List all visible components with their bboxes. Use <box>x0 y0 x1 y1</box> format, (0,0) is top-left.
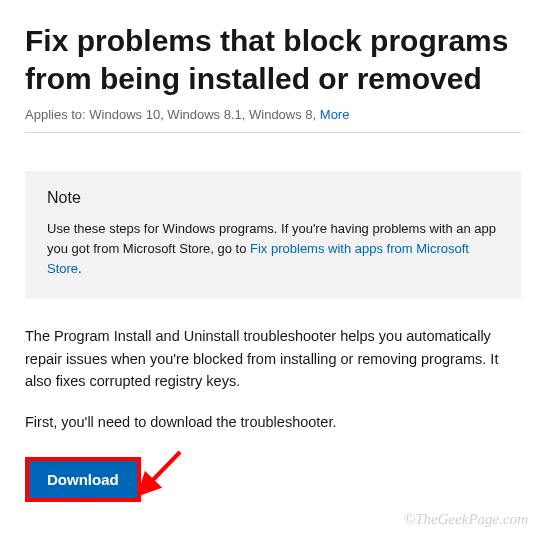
note-text-after: . <box>78 261 82 276</box>
applies-label: Applies to: <box>25 107 89 122</box>
download-highlight: Download <box>25 457 141 502</box>
applies-to-row: Applies to: Windows 10, Windows 8.1, Win… <box>25 107 521 133</box>
applies-list: Windows 10, Windows 8.1, Windows 8, <box>89 107 319 122</box>
note-text: Use these steps for Windows programs. If… <box>47 219 499 279</box>
watermark: ©TheGeekPage.com <box>404 511 528 528</box>
more-link[interactable]: More <box>320 107 350 122</box>
note-title: Note <box>47 189 499 207</box>
download-button[interactable]: Download <box>29 461 137 498</box>
page-title: Fix problems that block programs from be… <box>25 22 521 97</box>
svg-line-0 <box>148 452 180 485</box>
annotation-arrow-icon <box>140 447 190 497</box>
body-paragraph-1: The Program Install and Uninstall troubl… <box>25 325 521 392</box>
body-paragraph-2: First, you'll need to download the troub… <box>25 411 521 433</box>
note-box: Note Use these steps for Windows program… <box>25 171 521 299</box>
